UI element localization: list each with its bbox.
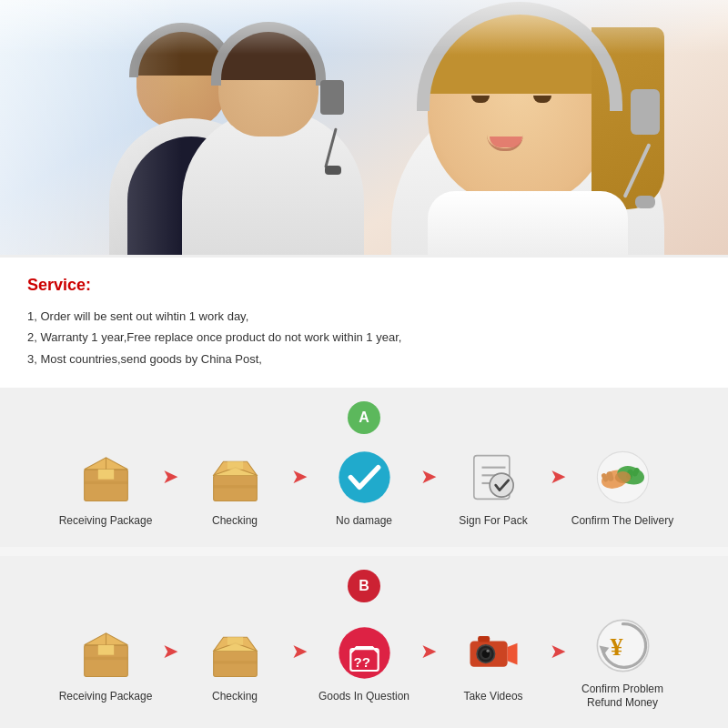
arrow-4a: ➤ xyxy=(550,465,566,489)
service-item-1: 1, Order will be sent out wihtin 1 work … xyxy=(27,306,701,327)
label-nodamage: No damage xyxy=(336,514,392,529)
svg-point-40 xyxy=(597,620,648,671)
flow-item-confirm-delivery: Confirm The Delivery xyxy=(568,448,677,529)
arrow-3a: ➤ xyxy=(420,465,437,489)
svg-rect-26 xyxy=(84,656,127,659)
svg-rect-39 xyxy=(478,636,490,642)
badge-b: B xyxy=(348,570,380,602)
package-icon-b xyxy=(76,623,136,682)
svg-point-13 xyxy=(490,473,513,497)
flow-item-receiving-a: Receiving Package xyxy=(51,448,160,529)
sign-doc-icon xyxy=(464,448,523,507)
camera-icon xyxy=(464,623,523,682)
flow-item-receiving-b: Receiving Package xyxy=(51,623,160,704)
flow-item-refund: ¥ Confirm Problem Refund Money xyxy=(568,616,677,711)
label-video: Take Videos xyxy=(463,690,522,704)
svg-rect-29 xyxy=(213,661,257,663)
label-sign: Sign For Pack xyxy=(459,514,527,529)
label-question: Goods In Question xyxy=(318,690,410,704)
package-icon-a xyxy=(76,448,136,507)
arrow-1b: ➤ xyxy=(162,640,178,663)
service-item-2: 2, Warranty 1 year,Free replace once pro… xyxy=(27,327,701,348)
flow-section-b: B Receiving Package ➤ xyxy=(0,556,728,728)
open-box-icon-a xyxy=(206,448,265,507)
flow-item-question: ?? Goods In Question xyxy=(309,623,419,704)
label-confirm-delivery: Confirm The Delivery xyxy=(571,514,673,529)
refund-icon: ¥ xyxy=(593,616,652,675)
service-section: Service: 1, Order will be sent out wihti… xyxy=(0,255,728,388)
svg-rect-6 xyxy=(227,461,242,470)
badge-a: A xyxy=(348,401,380,434)
arrow-2a: ➤ xyxy=(291,465,308,489)
label-receiving-b: Receiving Package xyxy=(59,690,153,704)
label-checking-a: Checking xyxy=(212,514,258,529)
arrow-4b: ➤ xyxy=(550,640,566,663)
svg-marker-38 xyxy=(507,642,517,664)
svg-point-21 xyxy=(614,471,630,483)
flow-item-checking-a: Checking xyxy=(180,448,289,529)
open-box-icon-b xyxy=(206,623,265,682)
label-checking-b: Checking xyxy=(212,690,258,704)
svg-rect-28 xyxy=(227,637,242,645)
flow-item-sign: Sign For Pack xyxy=(439,448,548,529)
service-title: Service: xyxy=(27,276,701,295)
flow-section-a: A Receiving Package ➤ xyxy=(0,388,728,547)
flow-item-nodamage: No damage xyxy=(309,448,419,529)
arrow-1a: ➤ xyxy=(162,465,178,489)
handshake-icon xyxy=(593,448,652,507)
svg-text:??: ?? xyxy=(353,653,370,669)
label-refund: Confirm Problem Refund Money xyxy=(581,682,663,711)
flow-row-b: Receiving Package ➤ Checking ➤ xyxy=(9,616,719,711)
service-list: 1, Order will be sent out wihtin 1 work … xyxy=(27,306,701,369)
svg-rect-24 xyxy=(97,644,113,654)
svg-point-8 xyxy=(339,452,389,503)
service-item-3: 3, Most countries,send goods by China Po… xyxy=(27,349,701,369)
label-receiving-a: Receiving Package xyxy=(59,514,153,529)
arrow-2b: ➤ xyxy=(291,640,308,663)
svg-text:¥: ¥ xyxy=(610,632,623,661)
arrow-3b: ➤ xyxy=(420,640,437,663)
flow-item-checking-b: Checking xyxy=(180,623,289,704)
check-circle-icon xyxy=(335,448,394,507)
svg-point-37 xyxy=(486,649,489,652)
question-icon: ?? xyxy=(335,623,394,682)
svg-rect-2 xyxy=(97,470,113,480)
hero-section xyxy=(0,0,728,255)
svg-rect-4 xyxy=(84,481,127,484)
svg-rect-7 xyxy=(213,485,257,488)
flow-item-video: Take Videos xyxy=(439,623,548,704)
flow-row-a: Receiving Package ➤ Checking ➤ xyxy=(9,448,719,529)
